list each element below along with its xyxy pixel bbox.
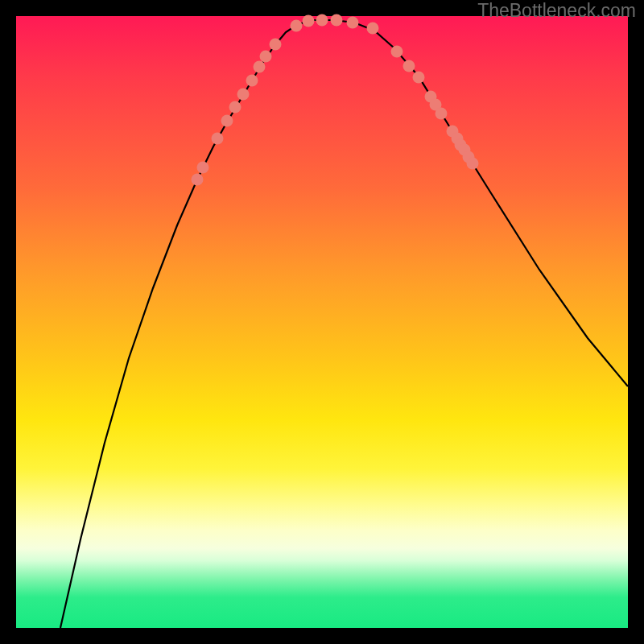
curve-marker [197, 162, 209, 174]
curve-markers [192, 14, 479, 186]
curve-marker [467, 158, 479, 170]
chart-svg [16, 16, 628, 628]
curve-marker [316, 14, 328, 27]
curve-marker [254, 61, 266, 73]
curve-marker [436, 108, 448, 120]
curve-marker [413, 72, 425, 84]
curve-marker [229, 101, 242, 114]
outer-frame: TheBottleneck.com [0, 0, 644, 644]
curve-marker [260, 51, 272, 63]
curve-marker [391, 46, 403, 58]
curve-marker [303, 15, 315, 27]
bottleneck-curve [60, 20, 628, 628]
curve-marker [331, 14, 343, 27]
curve-marker [192, 174, 204, 186]
curve-marker [403, 60, 415, 72]
watermark-text: TheBottleneck.com [477, 0, 636, 22]
curve-marker [270, 39, 282, 51]
curve-marker [237, 89, 250, 101]
curve-marker [367, 23, 379, 35]
curve-marker [221, 115, 233, 127]
plot-area [16, 16, 628, 628]
curve-marker [212, 133, 224, 145]
curve-marker [347, 17, 359, 29]
curve-marker [291, 20, 303, 32]
curve-marker [246, 75, 258, 87]
